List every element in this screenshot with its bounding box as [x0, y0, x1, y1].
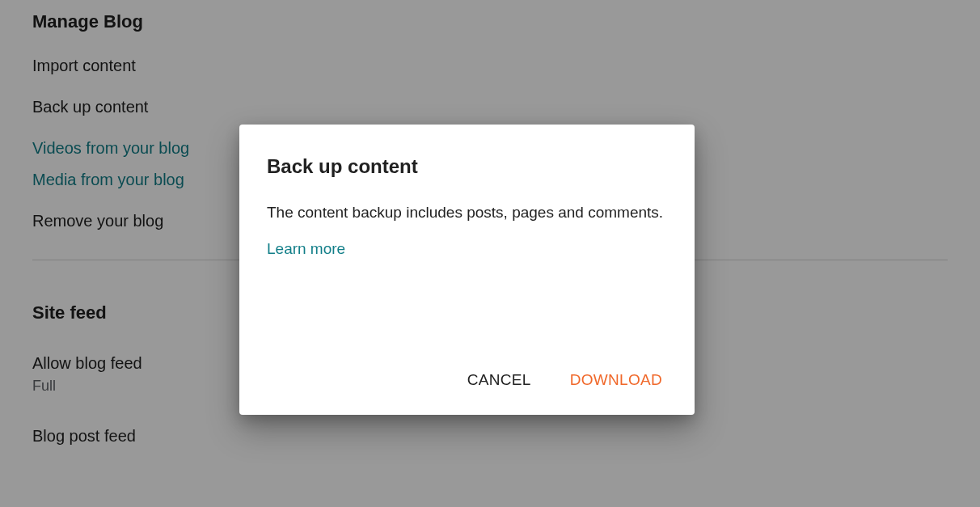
dialog-body-text: The content backup includes posts, pages… — [267, 202, 667, 224]
dialog-actions: CANCEL DOWNLOAD — [267, 365, 667, 395]
download-button[interactable]: DOWNLOAD — [565, 365, 667, 395]
cancel-button[interactable]: CANCEL — [463, 365, 536, 395]
learn-more-link[interactable]: Learn more — [267, 240, 667, 258]
backup-content-dialog: Back up content The content backup inclu… — [239, 125, 695, 415]
dialog-title: Back up content — [267, 155, 667, 178]
